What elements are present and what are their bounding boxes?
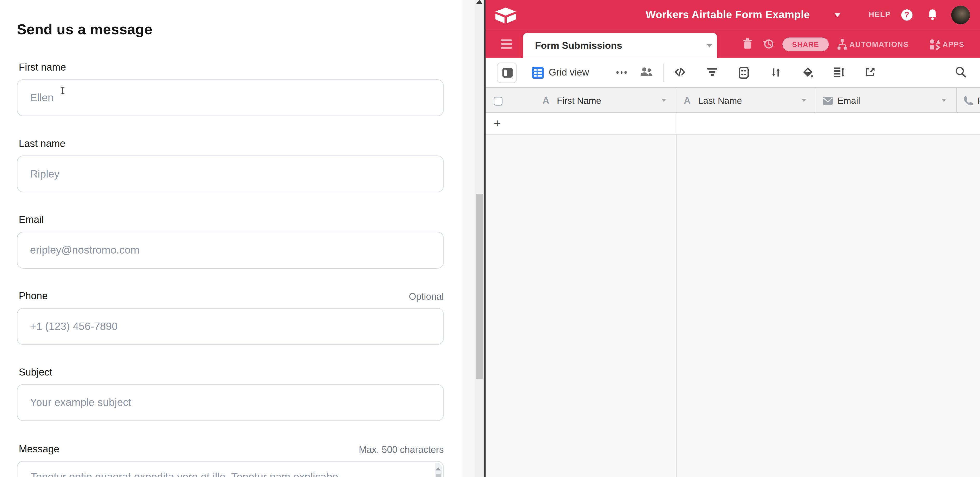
subject-label: Subject (19, 367, 52, 378)
view-bar: Grid view (485, 58, 980, 87)
pane-gutter (463, 0, 475, 477)
sidebar-menu-icon[interactable] (501, 40, 512, 51)
filter-icon[interactable] (707, 67, 718, 77)
table-tab-caret-icon[interactable] (706, 44, 713, 47)
side-panel-icon (502, 68, 513, 78)
column-caret-icon[interactable] (801, 98, 806, 102)
select-all-checkbox[interactable] (494, 97, 503, 106)
email-field-group: Email (17, 214, 444, 272)
airtable-pane: Workers Airtable Form Example HELP ? For… (485, 0, 980, 477)
apps-button[interactable]: APPS (943, 40, 964, 49)
phone-field-icon (963, 95, 974, 106)
column-separator[interactable] (956, 88, 957, 114)
viewbar-divider (663, 64, 664, 82)
phone-input[interactable] (17, 308, 444, 345)
page-scrollbar-thumb[interactable] (476, 193, 483, 379)
row-height-icon[interactable] (834, 67, 845, 78)
phone-optional-hint: Optional (409, 291, 444, 302)
frozen-column-border (676, 113, 676, 135)
add-record-row[interactable]: + (485, 113, 980, 135)
text-cursor-icon (59, 86, 66, 95)
share-button[interactable]: SHARE (783, 37, 829, 51)
view-more-icon[interactable] (616, 71, 630, 73)
column-separator[interactable] (676, 88, 676, 114)
base-title-caret-icon[interactable] (834, 13, 840, 17)
notifications-bell-icon[interactable] (927, 9, 938, 21)
airtable-logo-icon[interactable] (495, 7, 517, 24)
share-view-icon[interactable] (865, 67, 876, 78)
color-fill-icon[interactable] (802, 67, 813, 79)
last-name-label: Last name (19, 138, 65, 149)
grid-view-icon[interactable] (532, 67, 544, 79)
automations-icon[interactable] (837, 39, 848, 50)
column-name: First Name (557, 95, 601, 106)
airtable-topbar: Workers Airtable Form Example HELP ? (485, 0, 980, 30)
scroll-up-icon[interactable] (436, 467, 441, 470)
first-name-field-group: First name (17, 62, 444, 119)
subject-input[interactable] (17, 384, 444, 421)
message-textarea[interactable]: Tenetur optio quaerat expedita vero et i… (17, 461, 444, 477)
history-icon[interactable] (762, 38, 774, 50)
column-caret-icon[interactable] (661, 98, 666, 102)
toggle-views-sidebar-button[interactable] (497, 63, 517, 83)
view-name[interactable]: Grid view (549, 67, 589, 78)
column-name: Last Name (698, 95, 742, 106)
automations-button[interactable]: AUTOMATIONS (850, 40, 908, 49)
screen: Send us a message First name Last name E… (0, 0, 980, 477)
help-question-icon[interactable]: ? (901, 9, 913, 20)
add-record-plus-icon[interactable]: + (494, 117, 501, 130)
first-name-input[interactable] (17, 79, 444, 116)
message-label: Message (19, 444, 59, 455)
page-scroll-up-icon[interactable] (476, 0, 482, 4)
last-name-field-group: Last name (17, 138, 444, 195)
share-label: SHARE (792, 41, 819, 48)
email-label: Email (19, 214, 44, 225)
message-scrollbar[interactable] (435, 463, 442, 477)
table-tab-form-submissions[interactable]: Form Submissions (523, 33, 717, 58)
user-avatar[interactable] (951, 6, 970, 24)
trash-icon[interactable] (742, 38, 752, 49)
email-input[interactable] (17, 232, 444, 269)
phone-label: Phone (19, 290, 48, 301)
message-form-pane: Send us a message First name Last name E… (0, 0, 463, 477)
form-title: Send us a message (17, 21, 153, 38)
text-field-icon: A (684, 95, 690, 106)
base-title[interactable]: Workers Airtable Form Example (624, 9, 831, 21)
column-name: Phone (977, 95, 980, 106)
subject-field-group: Subject (17, 367, 444, 424)
message-scrollbar-thumb[interactable] (436, 474, 441, 477)
last-name-input[interactable] (17, 155, 444, 192)
text-field-icon: A (542, 95, 549, 106)
message-field-group: Message Max. 500 characters Tenetur opti… (17, 444, 444, 477)
phone-field-group: Phone Optional (17, 290, 444, 348)
column-caret-icon[interactable] (941, 98, 946, 102)
grid-empty-area (485, 135, 980, 477)
message-max-chars-hint: Max. 500 characters (359, 444, 444, 455)
airtable-toolbar: Form Submissions SHARE (485, 30, 980, 58)
hide-fields-icon[interactable] (675, 67, 686, 78)
sort-icon[interactable] (771, 67, 781, 78)
split-divider-handle[interactable] (484, 0, 485, 477)
apps-icon[interactable] (929, 39, 940, 50)
collaborators-icon[interactable] (640, 67, 653, 77)
grid-header-row: A First Name A Last Name Email (485, 87, 980, 113)
first-name-label: First name (19, 62, 66, 73)
column-separator[interactable] (816, 88, 816, 114)
message-placeholder: Tenetur optio quaerat expedita vero et i… (31, 471, 424, 477)
table-tab-label: Form Submissions (535, 40, 622, 51)
email-field-icon (822, 97, 833, 105)
frozen-column-border (676, 135, 677, 477)
search-icon[interactable] (955, 66, 966, 78)
help-button[interactable]: HELP (869, 10, 891, 19)
group-icon[interactable] (739, 67, 749, 79)
column-name: Email (837, 95, 860, 106)
